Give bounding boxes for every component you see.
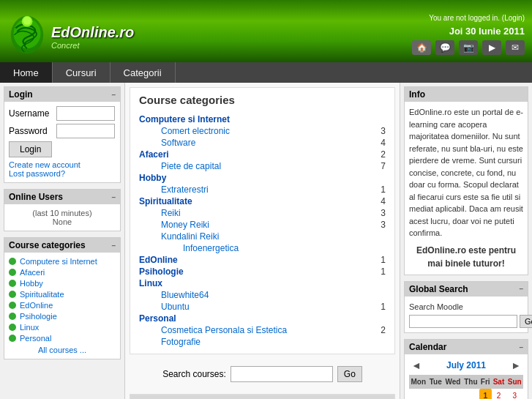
sidebar-cat-link-linux[interactable]: Linux [20,323,39,332]
chat-icon[interactable]: 💬 [435,40,454,55]
site-news-header: Site news [130,395,394,399]
sidebar-cat-link-afaceri[interactable]: Afaceri [20,268,45,277]
cat-link-infoenergetica[interactable]: Infoenergetica [139,243,239,253]
cat-link-afaceri[interactable]: Afaceri [139,149,169,160]
cat-row-bluewhite: Bluewhite64 [139,289,386,301]
search-moodle-go-button[interactable]: Go! [520,315,532,328]
sidebar-cat-spiritualitate: Spiritualitate [9,290,116,299]
logo-text-group: EdOnline.ro Concret [51,24,134,50]
mail-icon[interactable]: ✉ [506,40,525,55]
course-categories-sidebar-toggle[interactable]: – [111,242,116,250]
sidebar-cat-link-psihologie[interactable]: Psihologie [20,312,57,321]
cat-count-psihologie: 1 [371,266,386,277]
header: EdOnline.ro Concret You are not logged i… [0,0,532,62]
password-label: Password [9,126,56,136]
calendar-toggle[interactable]: – [519,343,523,351]
cal-header-sun: Sun [506,375,523,389]
cat-link-reiki[interactable]: Reiki [139,208,181,218]
cat-row-personal: Personal [139,313,386,324]
course-categories-main-block: Course categories Computere si Internet … [130,87,395,354]
calendar-day[interactable]: 1 [479,389,492,399]
sidebar-cat-link-personal[interactable]: Personal [20,334,51,343]
online-users-toggle[interactable]: – [111,193,116,201]
play-icon[interactable]: ▶ [482,40,501,55]
calendar-day[interactable]: 2 [492,389,506,399]
search-courses-go-button[interactable]: Go [337,366,362,382]
all-courses-link[interactable]: All courses ... [9,346,116,354]
cat-row-software: Software 4 [139,137,386,149]
calendar-block: Calendar – ◄ July 2011 ► Mon Tue Wed Thu [404,339,528,399]
cat-link-hobby[interactable]: Hobby [139,173,166,183]
camera-icon[interactable]: 📷 [459,40,478,55]
cat-count-comert: 3 [371,126,386,136]
calendar-title: Calendar [409,342,446,352]
cat-row-money-reiki: Money Reiki 3 [139,219,386,231]
header-icons: 🏠 💬 📷 ▶ ✉ [412,40,525,55]
sidebar-cat-link-hobby[interactable]: Hobby [20,279,43,288]
login-links: Create new account Lost password? [9,160,116,178]
cat-link-ubuntu[interactable]: Ubuntu [139,302,190,312]
calendar-day[interactable]: 3 [506,389,523,399]
global-search-toggle[interactable]: – [519,285,523,293]
cat-link-personal[interactable]: Personal [139,313,176,324]
cat-row-computere: Computere si Internet [139,113,386,125]
cat-row-kundalini: Kundalini Reiki [139,231,386,242]
search-courses-bar: Search courses: Go [125,359,400,389]
search-courses-label: Search courses: [162,369,226,379]
cat-count-money-reiki: 3 [371,220,386,230]
info-block-content: EdOnline.ro este un portal de e-learning… [405,102,528,275]
search-moodle-input[interactable] [409,315,517,328]
cat-link-psihologie[interactable]: Psihologie [139,266,184,277]
svg-point-3 [23,17,31,25]
cat-link-money-reiki[interactable]: Money Reiki [139,220,209,230]
cat-link-spirit[interactable]: Spiritualitate [139,196,192,206]
sidebar-cat-link-spiritualitate[interactable]: Spiritualitate [20,290,64,299]
online-users-title: Online Users [9,192,63,202]
cat-row-cosmetica: Cosmetica Personala si Estetica 2 [139,324,386,336]
cat-link-kundalini[interactable]: Kundalini Reiki [139,231,219,242]
nav-item-categorii[interactable]: Categorii [110,62,176,83]
sidebar-cat-link-computere[interactable]: Computere si Internet [20,257,97,266]
nav-item-home[interactable]: Home [0,62,53,83]
cat-link-piete[interactable]: Piete de capital [139,161,221,171]
cat-link-bluewhite[interactable]: Bluewhite64 [139,290,209,300]
calendar-table: Mon Tue Wed Thu Fri Sat Sun 123456789101… [409,375,523,399]
cat-link-fotografie[interactable]: Fotografie [139,337,201,347]
sidebar-cat-link-edonline[interactable]: EdOnline [20,301,53,310]
cat-link-computere[interactable]: Computere si Internet [139,114,230,124]
cat-link-extra[interactable]: Extraterestri [139,184,209,195]
cat-count-edonline: 1 [371,255,386,265]
cat-count-piete: 7 [371,161,386,171]
cat-link-software[interactable]: Software [139,138,195,148]
global-search-content: Search Moodle Go! [405,297,528,333]
search-courses-input[interactable] [231,366,333,382]
site-news-block: Site news (No news has been posted yet) [130,394,395,399]
login-status: You are not logged in. (Login) [429,14,525,22]
cat-link-cosmetica[interactable]: Cosmetica Personala si Estetica [139,325,287,335]
cat-count-ubuntu: 1 [371,302,386,312]
login-button[interactable]: Login [9,141,52,157]
sidebar-cat-edonline: EdOnline [9,301,116,310]
global-search-header: Global Search – [405,282,528,297]
password-input[interactable] [56,124,115,138]
home-icon[interactable]: 🏠 [412,40,431,55]
calendar-prev-button[interactable]: ◄ [409,359,424,371]
nav-item-cursuri[interactable]: Cursuri [53,62,110,83]
logo-sub: Concret [51,41,134,50]
online-users-content: (last 10 minutes) None [4,204,120,231]
right-sidebar: Info EdOnline.ro este un portal de e-lea… [400,83,532,399]
username-input[interactable] [56,106,115,121]
create-account-link[interactable]: Create new account [9,160,116,169]
info-block-title: Info [409,89,425,100]
course-categories-sidebar-title: Course categories [9,240,86,250]
calendar-nav: ◄ July 2011 ► [409,359,523,372]
cat-link-comert[interactable]: Comert electronic [139,126,230,136]
info-block-header: Info [405,87,528,102]
login-block-toggle[interactable]: – [111,91,116,99]
search-moodle-label: Search Moodle [409,301,523,313]
info-block: Info EdOnline.ro este un portal de e-lea… [404,86,528,275]
cat-link-linux[interactable]: Linux [139,278,162,288]
calendar-next-button[interactable]: ► [509,359,523,371]
lost-password-link[interactable]: Lost password? [9,169,116,178]
cat-link-edonline[interactable]: EdOnline [139,255,178,265]
